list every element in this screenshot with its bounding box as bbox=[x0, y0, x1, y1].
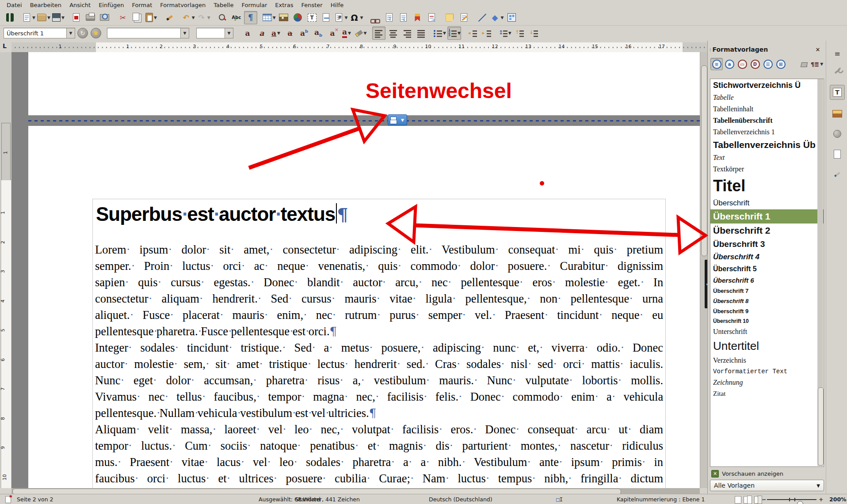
horizontal-ruler[interactable]: 1 1234567891011121314151617 bbox=[11, 42, 707, 52]
style-filter-dropdown[interactable]: Alle Vorlagen ▼ bbox=[710, 480, 824, 491]
justify-button[interactable] bbox=[415, 27, 428, 40]
style-list-item-selected[interactable]: Überschrift 1 bbox=[710, 209, 824, 224]
style-list-item[interactable]: Überschrift 9 bbox=[710, 306, 824, 316]
export-pdf-button[interactable] bbox=[70, 11, 83, 24]
fill-format-mode-button[interactable] bbox=[798, 58, 810, 70]
insert-endnote-button[interactable] bbox=[397, 11, 410, 24]
basic-shapes-button[interactable]: ◆▼ bbox=[489, 11, 504, 24]
paragraph-styles-button[interactable]: ≡ bbox=[710, 58, 723, 70]
undo-button[interactable]: ↶▼ bbox=[181, 11, 195, 24]
save-button[interactable]: ▼ bbox=[52, 11, 65, 24]
menu-formular[interactable]: Formular bbox=[237, 1, 271, 9]
font-name-combobox[interactable]: ▼ bbox=[107, 28, 189, 38]
chevron-down-icon[interactable]: ▼ bbox=[348, 31, 351, 35]
copy-button[interactable] bbox=[130, 11, 144, 24]
style-list-item[interactable]: Verzeichnis bbox=[710, 355, 824, 366]
language-field[interactable]: Deutsch (Deutschland) bbox=[429, 496, 492, 503]
track-changes-button[interactable] bbox=[457, 11, 470, 24]
style-list-item[interactable]: Überschrift 5 bbox=[710, 263, 824, 275]
style-list-item[interactable]: Vorformatierter Text bbox=[710, 366, 824, 377]
bold-button[interactable]: a bbox=[241, 27, 254, 40]
insert-footnote-button[interactable] bbox=[382, 11, 396, 24]
style-list-item[interactable]: Tabellenüberschrift bbox=[710, 115, 824, 126]
style-list-item[interactable]: Tabellenverzeichnis Üb bbox=[710, 138, 824, 152]
style-list-item[interactable]: Stichwortverzeichnis Ü bbox=[710, 79, 824, 92]
superscript-button[interactable]: ab bbox=[298, 27, 311, 40]
sidebar-settings-button[interactable] bbox=[830, 64, 845, 79]
italic-button[interactable]: a bbox=[255, 27, 268, 40]
clone-formatting-button[interactable] bbox=[163, 11, 176, 24]
font-size-dropdown-icon[interactable]: ▼ bbox=[225, 28, 233, 38]
style-list-item[interactable]: Überschrift 6 bbox=[710, 275, 824, 286]
numbered-list-button[interactable]: ▼ bbox=[447, 27, 461, 40]
chevron-down-icon[interactable]: ▼ bbox=[360, 15, 363, 20]
menu-hilfe[interactable]: Hilfe bbox=[327, 1, 348, 9]
document-modified-icon[interactable] bbox=[5, 496, 11, 503]
insert-chart-button[interactable] bbox=[291, 11, 305, 24]
drag-grip-icon[interactable]: ⁞ bbox=[710, 47, 711, 53]
clear-formatting-button[interactable]: a bbox=[326, 27, 339, 40]
style-list-item[interactable]: Tabellenverzeichnis 1 bbox=[710, 126, 824, 138]
style-list-item[interactable]: Überschrift 4 bbox=[710, 251, 824, 263]
checkbox-checked-icon[interactable]: ✕ bbox=[711, 470, 719, 477]
table-styles-button[interactable]: ⊞ bbox=[775, 58, 787, 70]
chevron-down-icon[interactable]: ▼ bbox=[273, 15, 276, 20]
style-list-scrollbar-thumb[interactable] bbox=[818, 387, 824, 466]
para-space-decrease-button[interactable] bbox=[527, 27, 540, 40]
increase-indent-button[interactable] bbox=[480, 27, 493, 40]
sidebar-tab-page[interactable] bbox=[830, 147, 845, 162]
style-list-item[interactable]: Tabelleninhalt bbox=[710, 103, 824, 115]
chevron-down-icon[interactable]: ▼ bbox=[277, 31, 280, 35]
new-style-button[interactable]: ✱ bbox=[91, 28, 101, 38]
find-replace-button[interactable] bbox=[216, 11, 229, 24]
chevron-down-icon[interactable]: ▼ bbox=[154, 15, 157, 20]
menu-extras[interactable]: Extras bbox=[271, 1, 297, 9]
sidebar-tab-gallery[interactable] bbox=[830, 106, 845, 121]
style-list-item[interactable]: Zitat bbox=[710, 388, 824, 399]
print-preview-button[interactable] bbox=[98, 11, 111, 24]
chevron-down-icon[interactable]: ▼ bbox=[443, 31, 446, 35]
chevron-down-icon[interactable]: ▼ bbox=[47, 15, 50, 20]
style-list-item[interactable]: Überschrift 10 bbox=[710, 316, 824, 326]
style-list-item[interactable]: Überschrift 3 bbox=[710, 238, 824, 251]
style-list-scrollbar[interactable] bbox=[817, 79, 823, 466]
menu-formatvorlagen[interactable]: Formatvorlagen bbox=[156, 1, 210, 9]
page-styles-button[interactable]: D bbox=[749, 58, 761, 70]
insert-textbox-button[interactable]: T bbox=[305, 11, 319, 24]
insert-special-char-button[interactable]: Ω▼ bbox=[349, 11, 364, 24]
style-list-item[interactable]: Text bbox=[710, 152, 824, 163]
style-list-item[interactable]: Unterschrift bbox=[710, 326, 824, 337]
insert-page-break-button[interactable] bbox=[320, 11, 333, 24]
insert-table-button[interactable]: ▼ bbox=[262, 11, 276, 24]
style-list-item[interactable]: Überschrift 7 bbox=[710, 286, 824, 296]
insert-comment-button[interactable] bbox=[443, 11, 456, 24]
outline-level-field[interactable]: Kapitelnummerierung : Ebene 1 bbox=[617, 496, 705, 503]
strikethrough-button[interactable]: a bbox=[283, 27, 297, 40]
insert-image-button[interactable] bbox=[277, 11, 290, 24]
style-list-item[interactable]: Untertitel bbox=[710, 337, 824, 355]
chevron-down-icon[interactable]: ▼ bbox=[458, 31, 461, 35]
draw-functions-button[interactable] bbox=[505, 11, 518, 24]
zoom-slider[interactable] bbox=[767, 499, 816, 500]
chevron-down-icon[interactable]: ▼ bbox=[364, 31, 367, 35]
page-break-menu-button[interactable]: ▼ bbox=[388, 114, 407, 125]
paragraph-style-dropdown-icon[interactable]: ▼ bbox=[66, 28, 75, 38]
insert-field-button[interactable]: ▼ bbox=[334, 11, 348, 24]
character-styles-button[interactable]: a bbox=[723, 58, 736, 70]
zoom-level-value[interactable]: 200% bbox=[829, 496, 847, 503]
menu-format[interactable]: Format bbox=[128, 1, 156, 9]
style-list-item[interactable]: Zeichnung bbox=[710, 377, 824, 388]
close-icon[interactable]: ✕ bbox=[813, 45, 822, 54]
frame-styles-button[interactable]: ▭ bbox=[736, 58, 748, 70]
sidebar-tab-navigator[interactable] bbox=[830, 126, 845, 141]
style-list-item[interactable]: Überschrift bbox=[710, 197, 824, 209]
multi-page-view-button[interactable] bbox=[744, 496, 748, 504]
insert-hyperlink-button[interactable] bbox=[368, 11, 382, 24]
sidebar-tab-styles[interactable]: T bbox=[830, 85, 845, 100]
zoom-in-button[interactable]: + bbox=[819, 496, 823, 503]
sidebar-menu-button[interactable]: ≡ bbox=[830, 46, 845, 61]
style-list-item[interactable]: Tabelle bbox=[710, 92, 824, 103]
cut-button[interactable]: ✂ bbox=[116, 11, 130, 24]
line-spacing-button[interactable]: ▼ bbox=[498, 27, 512, 40]
style-list-item[interactable]: Überschrift 8 bbox=[710, 296, 824, 306]
